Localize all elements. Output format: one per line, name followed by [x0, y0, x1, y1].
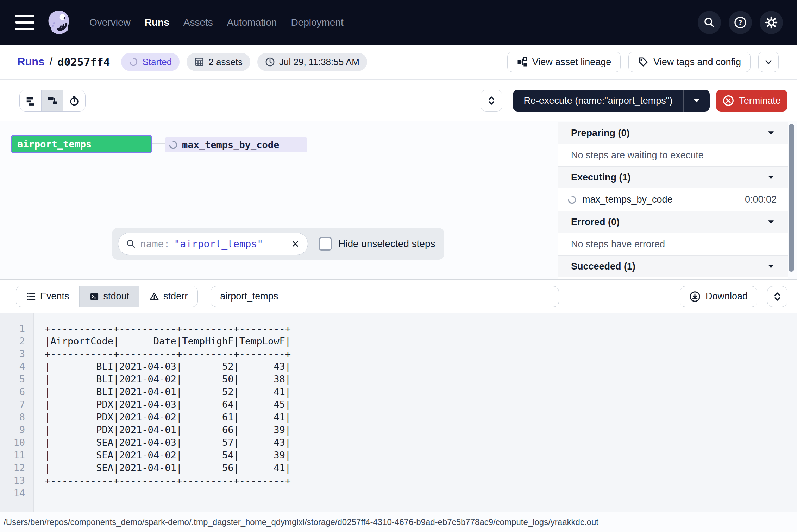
svg-text:?: ?: [739, 19, 742, 26]
caret-down-icon: [768, 131, 774, 135]
run-toolbar: Re-execute (name:"airport_temps") Termin…: [0, 80, 797, 121]
tab-stderr[interactable]: stderr: [139, 286, 197, 307]
log-line: 14: [0, 487, 797, 500]
terminate-button[interactable]: Terminate: [716, 90, 787, 112]
section-errored[interactable]: Errored (0): [558, 211, 788, 233]
graph-edge: [152, 143, 165, 144]
nav-item-assets[interactable]: Assets: [183, 17, 213, 28]
log-line: 11| SEA|2021-04-02| 54| 39|: [0, 449, 797, 462]
steps-status-panel: Preparing (0) No steps are waiting to ex…: [558, 122, 788, 279]
search-button[interactable]: [698, 11, 721, 34]
log-line: 9| PDX|2021-04-01| 66| 39|: [0, 424, 797, 436]
search-icon: [703, 17, 715, 28]
section-executing[interactable]: Executing (1): [558, 167, 788, 188]
errored-empty-text: No steps have errored: [558, 233, 788, 256]
filter-prefix: name:: [140, 238, 170, 250]
warning-icon: [149, 292, 159, 302]
zoom-fit-button[interactable]: [481, 90, 502, 112]
close-icon: [291, 239, 300, 248]
step-filter-input[interactable]: name: "airport_temps": [118, 233, 308, 255]
gantt-flat-icon: [25, 95, 36, 106]
panel-scrollbar[interactable]: [789, 124, 794, 272]
caret-down-icon: [694, 99, 700, 103]
view-mode-switcher: [19, 90, 86, 112]
search-icon: [126, 239, 136, 249]
tab-events[interactable]: Events: [16, 286, 80, 307]
list-icon: [26, 292, 36, 302]
graph-node-max-temps-by-code[interactable]: max_temps_by_code: [165, 137, 307, 152]
log-line: 3+-----------+----------+---------+-----…: [0, 348, 797, 360]
download-icon: [689, 291, 701, 302]
tag-icon: [638, 57, 648, 67]
caret-down-icon: [768, 265, 774, 268]
gear-icon: [765, 16, 778, 29]
assets-count-badge[interactable]: 2 assets: [187, 53, 250, 71]
step-filter-bar: name: "airport_temps" Hide unselected st…: [112, 228, 444, 260]
elapsed-time: 0:00:02: [745, 194, 777, 205]
reexecute-button[interactable]: Re-execute (name:"airport_temps"): [513, 90, 710, 112]
log-path-footer: /Users/ben/repos/components_demo/spark-d…: [0, 512, 797, 532]
status-badge: Started: [121, 53, 180, 71]
run-id: d0257ff4: [57, 56, 110, 68]
preparing-empty-text: No steps are waiting to execute: [558, 144, 788, 167]
log-tabs: Events stdout stderr: [16, 286, 198, 307]
breadcrumb-runs-link[interactable]: Runs: [17, 56, 45, 68]
log-line: 2|AirportCode| Date|TempHighF|TempLowF|: [0, 335, 797, 348]
help-button[interactable]: ?: [729, 11, 752, 34]
dagster-logo-icon[interactable]: [44, 7, 74, 38]
nav-item-deployment[interactable]: Deployment: [291, 17, 343, 28]
caret-down-icon: [768, 220, 774, 224]
tab-stdout[interactable]: stdout: [80, 286, 140, 307]
log-line: 4| BLI|2021-04-03| 52| 43|: [0, 360, 797, 373]
nav-item-runs[interactable]: Runs: [145, 17, 169, 28]
gantt-waterfall-icon: [47, 95, 58, 106]
spinner-icon: [129, 57, 138, 66]
graph-node-airport-temps[interactable]: airport_temps: [11, 135, 152, 153]
reexecute-dropdown-button[interactable]: [684, 99, 710, 103]
filter-value: "airport_temps": [174, 238, 263, 250]
hamburger-menu-icon[interactable]: [15, 15, 36, 30]
clear-filter-button[interactable]: [291, 239, 300, 248]
nav-item-automation[interactable]: Automation: [227, 17, 277, 28]
spinner-icon: [567, 195, 577, 204]
view-mode-flat-button[interactable]: [20, 90, 42, 111]
section-succeeded[interactable]: Succeeded (1): [558, 256, 788, 277]
log-line: 7| PDX|2021-04-03| 64| 45|: [0, 398, 797, 411]
view-tags-config-button[interactable]: View tags and config: [628, 52, 751, 72]
log-line: 1+-----------+----------+---------+-----…: [0, 322, 797, 335]
expand-vertical-icon: [772, 291, 783, 302]
download-button[interactable]: Download: [680, 286, 757, 307]
log-expand-button[interactable]: [767, 286, 787, 307]
terminal-icon: [89, 292, 99, 302]
hide-unselected-label: Hide unselected steps: [338, 238, 435, 249]
chevron-down-icon: [764, 57, 773, 67]
view-asset-lineage-button[interactable]: View asset lineage: [507, 52, 621, 72]
log-file-path: /Users/ben/repos/components_demo/spark-d…: [4, 517, 598, 527]
terminate-icon: [723, 95, 734, 106]
breadcrumb-separator: /: [50, 56, 53, 68]
hide-unselected-checkbox[interactable]: [319, 237, 332, 251]
log-line: 5| BLI|2021-04-02| 50| 38|: [0, 373, 797, 386]
header-more-button[interactable]: [758, 52, 779, 72]
top-nav: Overview Runs Assets Automation Deployme…: [0, 0, 797, 45]
log-line: 12| SEA|2021-04-01| 56| 41|: [0, 462, 797, 474]
settings-button[interactable]: [760, 11, 783, 34]
expand-vertical-icon: [486, 95, 497, 106]
lineage-icon: [517, 57, 527, 67]
log-line: 10| SEA|2021-04-03| 57| 43|: [0, 436, 797, 449]
stdout-log-view[interactable]: 1+-----------+----------+---------+-----…: [0, 313, 797, 512]
step-selector[interactable]: airport_temps: [211, 286, 559, 307]
executing-step-row[interactable]: max_temps_by_code 0:00:02: [558, 188, 788, 211]
help-icon: ?: [734, 16, 747, 29]
caret-down-icon: [768, 176, 774, 179]
view-mode-timer-button[interactable]: [63, 90, 85, 111]
stopwatch-icon: [69, 95, 80, 106]
clock-icon: [265, 57, 275, 67]
asset-grid-icon: [194, 57, 204, 67]
section-preparing[interactable]: Preparing (0): [558, 122, 788, 144]
nav-item-overview[interactable]: Overview: [89, 17, 131, 28]
view-mode-waterfall-button[interactable]: [42, 90, 63, 111]
run-header: Runs / d0257ff4 Started 2 assets Jul 29,…: [0, 45, 797, 80]
timestamp-badge: Jul 29, 11:38:55 AM: [257, 53, 367, 71]
log-toolbar: Events stdout stderr airport_temps Downl…: [0, 280, 797, 313]
